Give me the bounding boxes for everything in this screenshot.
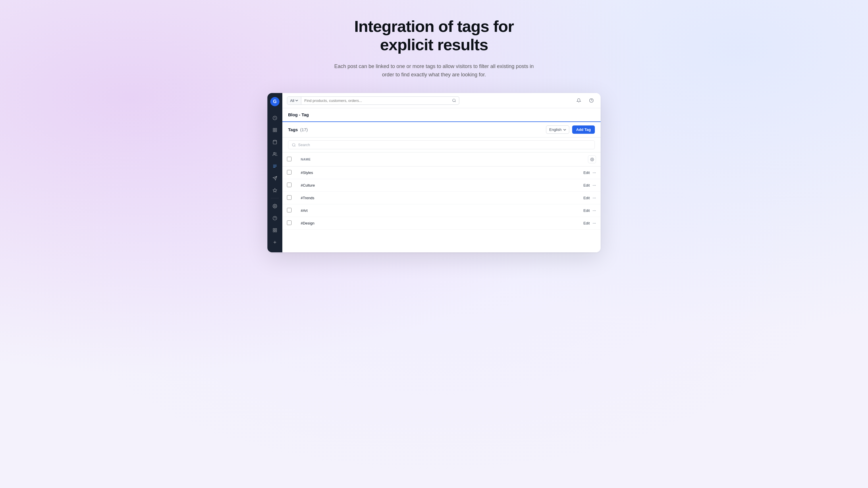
tags-title: Tags [288,127,298,132]
row-actions: Edit ··· [583,183,596,188]
table-search-container [288,140,595,149]
sidebar-item-settings[interactable] [270,201,280,211]
add-tag-button[interactable]: Add Tag [572,125,595,134]
row-checkbox-5[interactable] [287,221,291,225]
global-search[interactable]: All [287,96,459,105]
row-actions: Edit ··· [583,196,596,200]
sidebar-item-orders[interactable] [270,137,280,147]
tag-name-cell: #Styles [296,166,579,179]
search-input[interactable] [301,97,449,104]
edit-button-3[interactable]: Edit [583,196,590,200]
row-checkbox-1[interactable] [287,170,291,174]
hero-title: Integration of tags for explicit results [334,17,534,54]
edit-button-4[interactable]: Edit [583,208,590,213]
table-search-icon [292,143,296,147]
sidebar-item-marketing[interactable] [270,173,280,184]
notification-bell-button[interactable] [574,96,583,105]
row-checkbox-4[interactable] [287,208,291,213]
sidebar-item-more[interactable] [270,237,280,248]
sidebar-item-blog[interactable] [270,161,280,171]
search-filter-label: All [290,98,294,103]
table-settings-button[interactable] [588,155,596,163]
more-button-3[interactable]: ··· [593,196,596,200]
svg-point-24 [292,143,295,146]
svg-rect-4 [275,131,277,132]
main-content: All [282,93,600,252]
row-checkbox-2[interactable] [287,183,291,187]
help-button[interactable] [587,96,596,105]
tag-name-cell: #Culture [296,179,579,192]
toolbar: Tags (17) English Add Tag [282,122,600,137]
row-checkbox-3[interactable] [287,195,291,200]
hero-subtitle: Each post can be linked to one or more t… [334,62,534,79]
svg-rect-1 [273,128,275,130]
sidebar: G [268,93,282,252]
more-button-5[interactable]: ··· [593,221,596,226]
edit-button-2[interactable]: Edit [583,183,590,188]
page-header: Blog - Tag [282,108,600,122]
column-name-header: NAME [301,158,311,161]
app-window: G [268,93,600,252]
table-row: #Culture Edit ··· [282,179,600,192]
select-all-checkbox[interactable] [287,157,291,161]
search-icon[interactable] [449,97,459,104]
app-header: All [282,93,600,108]
table-row: #Styles Edit ··· [282,166,600,179]
sidebar-logo[interactable]: G [270,97,279,106]
svg-rect-18 [275,231,277,232]
svg-marker-11 [273,189,277,192]
tag-name-cell: #Art [296,204,579,217]
row-actions: Edit ··· [583,170,596,175]
breadcrumb: Blog - Tag [288,112,309,117]
hero-section: Integration of tags for explicit results… [334,17,534,79]
svg-point-12 [274,205,275,207]
table-search-area [282,137,600,153]
sidebar-item-customers[interactable] [270,149,280,159]
svg-rect-15 [273,228,275,230]
header-actions [574,96,596,105]
svg-point-6 [273,153,275,154]
more-button-4[interactable]: ··· [593,208,596,213]
table-row: #Design Edit ··· [282,217,600,230]
edit-button-5[interactable]: Edit [583,221,590,225]
row-actions: Edit ··· [583,208,596,213]
edit-button-1[interactable]: Edit [583,170,590,175]
tags-count: (17) [300,127,308,132]
language-label: English [549,127,561,132]
svg-rect-16 [275,228,277,230]
tag-name-cell: #Design [296,217,579,230]
more-button-1[interactable]: ··· [593,170,596,175]
toolbar-left: Tags (17) [288,127,308,132]
sidebar-item-themes[interactable] [270,185,280,195]
sidebar-item-grid[interactable] [270,225,280,235]
table-search-input[interactable] [298,143,591,147]
table-row: #Art Edit ··· [282,204,600,217]
svg-rect-2 [275,128,277,130]
sidebar-item-dashboard[interactable] [270,113,280,123]
more-button-2[interactable]: ··· [593,183,596,188]
tag-name-cell: #Trends [296,192,579,204]
table-settings-cell [583,155,596,163]
svg-rect-17 [273,231,275,232]
table-row: #Trends Edit ··· [282,192,600,204]
sidebar-item-pages[interactable] [270,125,280,135]
svg-rect-3 [273,131,275,132]
row-actions: Edit ··· [583,221,596,226]
tags-table: NAME [282,153,600,230]
toolbar-right: English Add Tag [546,125,595,134]
svg-point-21 [453,99,455,102]
search-filter-dropdown[interactable]: All [287,97,301,104]
language-selector[interactable]: English [546,125,569,134]
sidebar-item-help[interactable] [270,213,280,223]
svg-point-25 [591,159,592,160]
